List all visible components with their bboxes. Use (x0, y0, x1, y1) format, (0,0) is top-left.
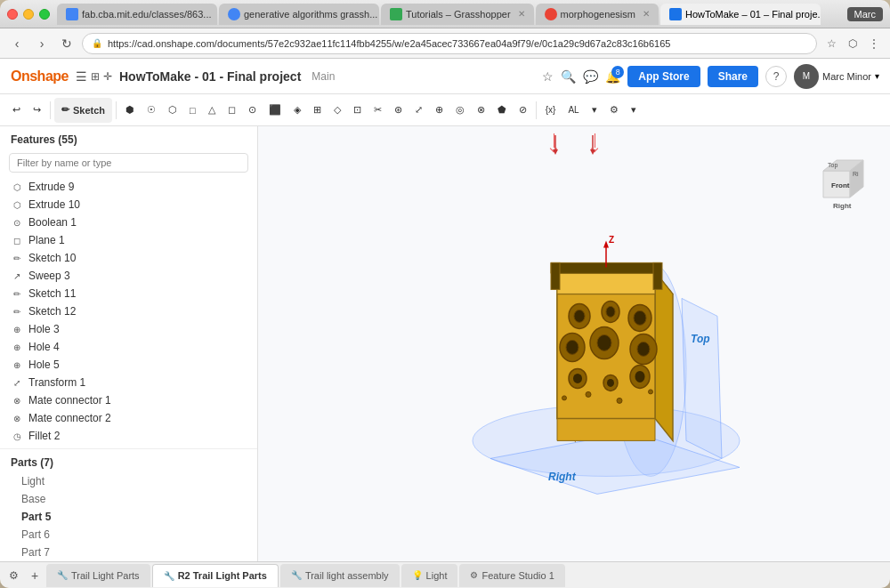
part-item-part6[interactable]: Part 6 (0, 526, 257, 544)
url-bar[interactable]: 🔒 https://cad.onshape.com/documents/57e2… (82, 33, 817, 54)
navcube[interactable]: Front Top Ri Right (810, 144, 872, 206)
feature-item-sketch10[interactable]: ✏ Sketch 10 (0, 249, 257, 267)
feature-item-sketch12[interactable]: ✏ Sketch 12 (0, 302, 257, 320)
tool-btn-1[interactable]: ⬢ (120, 98, 140, 123)
toolbar: ↩ ↪ ✏ Sketch ⬢ ☉ ⬡ □ △ ◻ ⊙ ⬛ ◈ ⊞ ◇ ⊡ ✂ ⊛… (0, 94, 890, 126)
tool-btn-20[interactable]: ⊘ (514, 98, 532, 123)
feature-item-mate2[interactable]: ⊗ Mate connector 2 (0, 409, 257, 427)
tab-close-3[interactable]: ✕ (518, 9, 525, 19)
feature-item-sweep3[interactable]: ↗ Sweep 3 (0, 267, 257, 285)
feature-search-input[interactable] (9, 153, 248, 173)
tool-btn-25[interactable]: ▾ (626, 98, 642, 123)
search-icon[interactable]: 🔍 (561, 69, 576, 84)
svg-rect-13 (653, 262, 662, 289)
viewport[interactable]: Top Right Z Front Top (258, 126, 890, 561)
chat-icon[interactable]: 💬 (583, 69, 598, 84)
notification-icon[interactable]: 🔔 8 (605, 69, 620, 84)
feature-label-6: Sweep 3 (28, 270, 70, 282)
maximize-window-button[interactable] (39, 9, 50, 20)
feature-item-transform1[interactable]: ⤢ Transform 1 (0, 374, 257, 391)
tool-btn-17[interactable]: ◎ (450, 98, 470, 123)
part-item-base[interactable]: Base (0, 490, 257, 508)
extensions-icon[interactable]: ⬡ (844, 35, 862, 52)
bookmark-icon[interactable]: ☆ (822, 35, 840, 52)
part-item-light[interactable]: Light (0, 472, 257, 490)
sketch-icon-11: ✏ (11, 287, 23, 300)
tool-btn-7[interactable]: ⊙ (243, 98, 262, 123)
tab-close-4[interactable]: ✕ (643, 9, 650, 19)
cursor-icon[interactable]: ✛ (103, 70, 112, 83)
tool-btn-19[interactable]: ⬟ (492, 98, 512, 123)
browser-menu-icon[interactable]: ⋮ (865, 35, 883, 52)
refresh-button[interactable]: ↻ (57, 34, 77, 53)
tool-btn-21[interactable]: {x} (540, 98, 562, 123)
tool-btn-2[interactable]: ☉ (142, 98, 161, 123)
tool-btn-11[interactable]: ◇ (328, 98, 346, 123)
tool-btn-23[interactable]: ▾ (587, 98, 603, 123)
sketch-label: Sketch (73, 105, 105, 116)
grid-icon[interactable]: ⊞ (91, 70, 100, 83)
redo-button[interactable]: ↪ (28, 98, 46, 123)
toolbar-separator-2 (116, 101, 117, 119)
back-button[interactable]: ‹ (7, 34, 27, 53)
help-button[interactable]: ? (765, 66, 787, 87)
transform-icon: ⤢ (11, 376, 23, 389)
part-item-part7[interactable]: Part 7 (0, 544, 257, 561)
undo-button[interactable]: ↩ (7, 98, 26, 123)
feature-item-extrude10[interactable]: ⬡ Extrude 10 (0, 196, 257, 213)
tool-btn-8[interactable]: ⬛ (263, 98, 287, 123)
feature-label-12: Transform 1 (28, 376, 85, 389)
browser-tab-4[interactable]: morphogenesism ✕ (536, 4, 659, 25)
feature-item-hole3[interactable]: ⊕ Hole 3 (0, 320, 257, 338)
feature-item-mate1[interactable]: ⊗ Mate connector 1 (0, 391, 257, 409)
tool-btn-9[interactable]: ◈ (288, 98, 306, 123)
forward-button[interactable]: › (32, 34, 52, 53)
bottom-tab-light[interactable]: 💡 Light (401, 564, 458, 587)
feature-item-boolean1[interactable]: ⊙ Boolean 1 (0, 213, 257, 231)
feature-item-extrude9[interactable]: ⬡ Extrude 9 (0, 178, 257, 196)
tool-btn-3[interactable]: ⬡ (163, 98, 182, 123)
tool-btn-16[interactable]: ⊕ (430, 98, 449, 123)
browser-tab-2[interactable]: generative algorithms grassh... ✕ (219, 4, 379, 25)
settings-icon[interactable]: ⚙ (4, 566, 23, 585)
tool-btn-18[interactable]: ⊗ (472, 98, 490, 123)
feature-item-sketch11[interactable]: ✏ Sketch 11 (0, 285, 257, 302)
minimize-window-button[interactable] (23, 9, 34, 20)
part-item-part5[interactable]: Part 5 (0, 508, 257, 526)
tool-btn-13[interactable]: ✂ (368, 98, 387, 123)
tool-btn-5[interactable]: △ (203, 98, 221, 123)
tool-btn-24[interactable]: ⚙ (604, 98, 624, 123)
appstore-button[interactable]: App Store (627, 66, 700, 87)
hamburger-icon[interactable]: ☰ (76, 69, 87, 84)
tool-btn-10[interactable]: ⊞ (308, 98, 327, 123)
add-tab-button[interactable]: + (25, 566, 44, 585)
feature-item-hole5[interactable]: ⊕ Hole 5 (0, 356, 257, 374)
browser-tab-5[interactable]: HowToMake – 01 – Final proje... ✕ (660, 4, 821, 25)
browser-tab-3[interactable]: Tutorials – Grasshopper ✕ (381, 4, 534, 25)
tool-btn-15[interactable]: ⤢ (409, 98, 428, 123)
feature-label-14: Mate connector 2 (28, 412, 111, 424)
svg-marker-51 (590, 149, 595, 155)
share-button[interactable]: Share (708, 66, 758, 87)
sketch-button[interactable]: ✏ Sketch (54, 98, 112, 123)
close-window-button[interactable] (7, 9, 18, 20)
tab-label-3: Tutorials – Grasshopper (406, 9, 511, 20)
tool-btn-22[interactable]: AL (562, 98, 584, 123)
bottom-tab-feature-studio[interactable]: ⚙ Feature Studio 1 (459, 564, 564, 587)
tool-btn-12[interactable]: ⊡ (348, 98, 367, 123)
browser-tab-1[interactable]: fab.cba.mit.edu/classes/863... ✕ (57, 4, 217, 25)
bookmark-app-icon[interactable]: ☆ (542, 69, 554, 84)
user-menu[interactable]: M Marc Minor ▾ (794, 64, 879, 89)
feature-item-hole4[interactable]: ⊕ Hole 4 (0, 338, 257, 356)
tool-btn-14[interactable]: ⊛ (389, 98, 408, 123)
bottom-tab-r2-trail-light[interactable]: 🔧 R2 Trail Light Parts (152, 564, 279, 587)
feature-item-fillet2[interactable]: ◷ Fillet 2 (0, 427, 257, 445)
bottom-tab-trail-light-parts[interactable]: 🔧 Trail Light Parts (46, 564, 150, 587)
feature-search[interactable] (9, 153, 248, 173)
tool-btn-4[interactable]: □ (184, 98, 201, 123)
tool-btn-6[interactable]: ◻ (222, 98, 241, 123)
tab-icon-1: 🔧 (57, 570, 68, 580)
feature-label-11: Hole 5 (28, 358, 60, 371)
bottom-tab-trail-light-assembly[interactable]: 🔧 Trail light assembly (280, 564, 400, 587)
feature-item-plane1[interactable]: ◻ Plane 1 (0, 231, 257, 249)
